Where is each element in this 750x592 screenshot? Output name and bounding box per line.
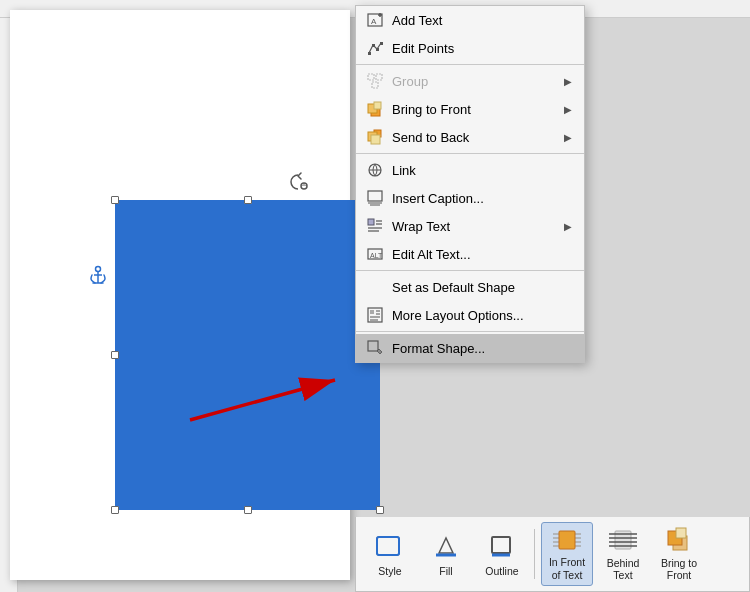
svg-rect-22: [371, 135, 380, 144]
no-icon-placeholder: [364, 277, 386, 297]
menu-label-add-text: Add Text: [392, 13, 572, 28]
style-label: Style: [378, 565, 401, 578]
menu-label-send-to-back: Send to Back: [392, 130, 564, 145]
menu-label-edit-points: Edit Points: [392, 41, 572, 56]
menu-item-link[interactable]: Link: [356, 156, 584, 184]
document-page: [10, 10, 350, 580]
svg-text:ALT: ALT: [370, 252, 383, 259]
fill-icon: [430, 531, 462, 563]
menu-label-set-default-shape: Set as Default Shape: [392, 280, 572, 295]
format-shape-icon: [364, 338, 386, 358]
send-back-arrow: ▶: [564, 132, 572, 143]
handle-ml[interactable]: [111, 351, 119, 359]
menu-item-wrap-text[interactable]: Wrap Text ▶: [356, 212, 584, 240]
svg-rect-25: [368, 191, 382, 201]
group-arrow: ▶: [564, 76, 572, 87]
svg-rect-46: [492, 537, 510, 553]
group-icon: [364, 71, 386, 91]
toolbar-btn-fill[interactable]: Fill: [420, 522, 472, 586]
toolbar-btn-style[interactable]: Style: [364, 522, 416, 586]
svg-rect-60: [676, 528, 686, 538]
svg-rect-11: [372, 44, 375, 47]
handle-bm[interactable]: [244, 506, 252, 514]
menu-item-set-default-shape[interactable]: Set as Default Shape: [356, 273, 584, 301]
bottom-toolbar: Style Fill Outline: [355, 517, 750, 592]
blue-rectangle-shape[interactable]: [115, 200, 380, 510]
document-area: A Add Text Edit Points: [0, 0, 750, 592]
in-front-label-line2: of Text: [552, 569, 583, 582]
alt-text-icon: ALT: [364, 244, 386, 264]
menu-item-insert-caption[interactable]: Insert Caption...: [356, 184, 584, 212]
link-icon: [364, 160, 386, 180]
menu-item-edit-alt-text[interactable]: ALT Edit Alt Text...: [356, 240, 584, 268]
send-back-icon: [364, 127, 386, 147]
style-icon: [374, 531, 406, 563]
anchor-icon: [90, 265, 106, 289]
toolbar-btn-bring-to-front[interactable]: Bring to Front: [653, 522, 705, 586]
handle-tm[interactable]: [244, 196, 252, 204]
separator-4: [356, 331, 584, 332]
svg-rect-13: [380, 42, 383, 45]
svg-rect-44: [377, 537, 399, 555]
fill-label: Fill: [439, 565, 452, 578]
menu-item-send-to-back[interactable]: Send to Back ▶: [356, 123, 584, 151]
rotate-icon[interactable]: [288, 172, 308, 197]
bring-front-icon: [364, 99, 386, 119]
toolbar-btn-behind-text[interactable]: Behind Text: [597, 522, 649, 586]
menu-label-insert-caption: Insert Caption...: [392, 191, 572, 206]
menu-item-group[interactable]: Group ▶: [356, 67, 584, 95]
svg-rect-28: [368, 219, 374, 225]
menu-item-more-layout-options[interactable]: More Layout Options...: [356, 301, 584, 329]
svg-rect-19: [374, 102, 381, 109]
toolbar-btn-in-front-of-text[interactable]: In Front of Text: [541, 522, 593, 586]
svg-rect-15: [376, 74, 382, 80]
separator-1: [356, 64, 584, 65]
behind-label-line2: Text: [613, 569, 632, 582]
menu-item-edit-points[interactable]: Edit Points: [356, 34, 584, 62]
context-menu: A Add Text Edit Points: [355, 5, 585, 363]
svg-rect-12: [376, 48, 379, 51]
svg-rect-43: [377, 537, 399, 555]
handle-tl[interactable]: [111, 196, 119, 204]
menu-label-more-layout-options: More Layout Options...: [392, 308, 572, 323]
bring-front-tb-icon: [663, 526, 695, 555]
separator-3: [356, 270, 584, 271]
edit-points-icon: [364, 38, 386, 58]
handle-br[interactable]: [376, 506, 384, 514]
menu-label-group: Group: [392, 74, 564, 89]
wrap-text-icon: [364, 216, 386, 236]
menu-item-format-shape[interactable]: Format Shape...: [356, 334, 584, 362]
svg-rect-10: [368, 52, 371, 55]
outline-icon: [486, 531, 518, 563]
svg-text:A: A: [371, 17, 377, 26]
bring-front-arrow: ▶: [564, 104, 572, 115]
toolbar-separator-1: [534, 529, 535, 579]
handle-bl[interactable]: [111, 506, 119, 514]
svg-rect-36: [370, 310, 374, 314]
svg-rect-41: [368, 341, 378, 351]
bring-front-tb-label-line1: Bring to: [661, 557, 697, 570]
caption-icon: [364, 188, 386, 208]
menu-item-add-text[interactable]: A Add Text: [356, 6, 584, 34]
bring-front-tb-label-line2: Front: [667, 569, 692, 582]
behind-icon: [607, 526, 639, 555]
wrap-text-arrow: ▶: [564, 221, 572, 232]
behind-label-line1: Behind: [607, 557, 640, 570]
menu-label-wrap-text: Wrap Text: [392, 219, 564, 234]
menu-item-bring-to-front[interactable]: Bring to Front ▶: [356, 95, 584, 123]
menu-label-bring-to-front: Bring to Front: [392, 102, 564, 117]
separator-2: [356, 153, 584, 154]
svg-rect-16: [372, 82, 378, 88]
svg-rect-52: [559, 531, 575, 549]
menu-label-link: Link: [392, 163, 572, 178]
svg-rect-14: [368, 74, 374, 80]
outline-label: Outline: [485, 565, 518, 578]
menu-label-format-shape: Format Shape...: [392, 341, 572, 356]
add-text-icon: A: [364, 10, 386, 30]
svg-point-1: [96, 267, 101, 272]
in-front-label-line1: In Front: [549, 556, 585, 569]
in-front-icon: [551, 526, 583, 554]
menu-label-edit-alt-text: Edit Alt Text...: [392, 247, 572, 262]
toolbar-btn-outline[interactable]: Outline: [476, 522, 528, 586]
layout-icon: [364, 305, 386, 325]
